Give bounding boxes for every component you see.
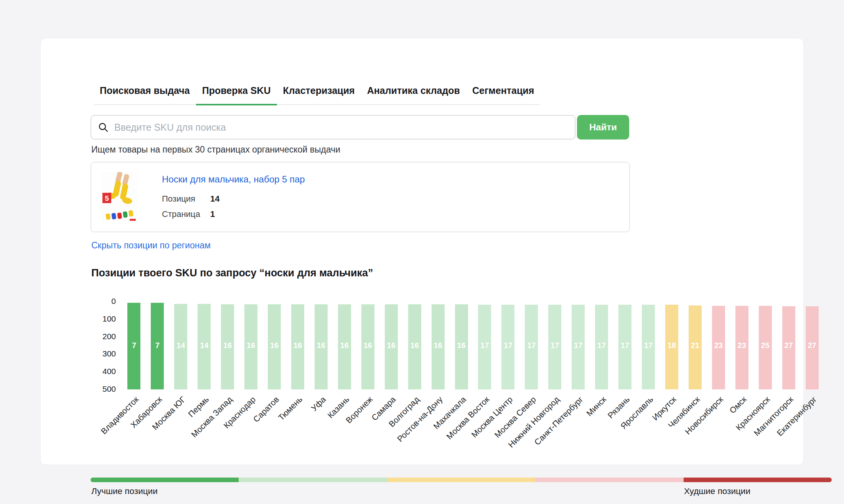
bar-value-label: 16 — [335, 341, 354, 350]
search-icon — [98, 122, 108, 132]
legend-color-segment — [91, 478, 239, 482]
bar-value-label: 17 — [569, 341, 588, 350]
tab-0[interactable]: Поисковая выдача — [94, 81, 196, 105]
product-image: 5 — [101, 172, 137, 222]
bar-value-label: 23 — [709, 341, 728, 350]
tab-3[interactable]: Аналитика складов — [361, 81, 466, 105]
legend-color-segment — [387, 478, 535, 482]
search-button[interactable]: Найти — [577, 115, 629, 140]
search-input[interactable] — [91, 115, 575, 140]
product-title-link[interactable]: Носки для мальчика, набор 5 пар — [162, 174, 305, 185]
x-axis-label: Минск — [585, 395, 608, 418]
bar-value-label: 16 — [241, 341, 260, 350]
page-value: 1 — [210, 209, 215, 219]
bar-value-label: 17 — [592, 341, 611, 350]
x-axis-label: Тюмень — [277, 395, 305, 423]
legend-worst-label: Худшие позиции — [684, 486, 750, 496]
legend-best-label: Лучшие позиции — [91, 486, 158, 496]
y-axis-tick: 400 — [91, 367, 116, 376]
bar-value-label: 21 — [686, 341, 705, 350]
bar-value-label: 7 — [148, 341, 167, 350]
legend-color-segment — [535, 478, 683, 482]
page-label: Страница — [162, 209, 200, 219]
bar-value-label: 18 — [662, 341, 681, 350]
product-image-badge: 5 — [105, 194, 109, 202]
bar-value-label: 23 — [732, 341, 752, 350]
tab-1[interactable]: Проверка SKU — [196, 81, 277, 105]
bar-value-label: 16 — [429, 341, 448, 350]
positions-bar-chart: 01002003004005007Владивосток7Хабаровск14… — [91, 297, 832, 458]
y-axis-tick: 0 — [91, 297, 116, 306]
legend-color-segment — [239, 478, 387, 482]
x-axis-label: Владивосток — [99, 395, 141, 436]
x-axis-label: Саратов — [252, 395, 281, 424]
bar-value-label: 7 — [124, 341, 143, 350]
y-axis-tick: 200 — [91, 332, 116, 341]
search-row: Найти — [91, 115, 629, 140]
bar-value-label: 16 — [405, 341, 424, 350]
bar-value-label: 27 — [779, 341, 798, 350]
x-axis-label: Москва Запад — [190, 395, 234, 440]
search-helper-text: Ищем товары на первых 30 страницах орган… — [91, 144, 340, 155]
bar-value-label: 16 — [452, 341, 471, 350]
bar-value-label: 17 — [545, 341, 564, 350]
bar-value-label: 25 — [756, 341, 775, 350]
legend-color-segment — [684, 478, 832, 482]
bar-value-label: 16 — [265, 341, 284, 350]
main-panel: Поисковая выдачаПроверка SKUКластеризаци… — [40, 38, 804, 465]
y-axis-tick: 100 — [91, 314, 116, 323]
bar-value-label: 16 — [382, 341, 401, 350]
hide-regions-link[interactable]: Скрыть позиции по регионам — [91, 240, 211, 251]
bar-value-label: 17 — [615, 341, 635, 350]
bar-value-label: 16 — [358, 341, 377, 350]
x-axis-label: Омск — [728, 395, 748, 415]
product-card: 5 Носки для мальчика, набор 5 пар Позици… — [91, 162, 630, 232]
bar-value-label: 17 — [475, 341, 494, 350]
bar-value-label: 17 — [639, 341, 658, 350]
tab-2[interactable]: Кластеризация — [277, 81, 361, 105]
position-color-scale — [91, 478, 832, 482]
position-value: 14 — [210, 194, 219, 204]
y-axis-tick: 500 — [91, 384, 116, 394]
tab-bar: Поисковая выдачаПроверка SKUКластеризаци… — [94, 81, 540, 105]
bar-value-label: 14 — [171, 341, 190, 350]
bar-value-label: 16 — [218, 341, 237, 350]
position-label: Позиция — [162, 194, 195, 204]
bar-value-label: 16 — [288, 341, 307, 350]
bar-value-label: 27 — [803, 341, 822, 350]
bar-value-label: 14 — [195, 341, 214, 350]
tab-4[interactable]: Сегментация — [466, 81, 540, 105]
bar-value-label: 17 — [498, 341, 518, 350]
x-axis-label: Уфа — [309, 395, 328, 413]
y-axis-tick: 300 — [91, 349, 116, 358]
chart-title: Позиции твоего SKU по запросу “носки для… — [91, 267, 373, 279]
bar-value-label: 16 — [312, 341, 331, 350]
bar-value-label: 17 — [522, 341, 541, 350]
